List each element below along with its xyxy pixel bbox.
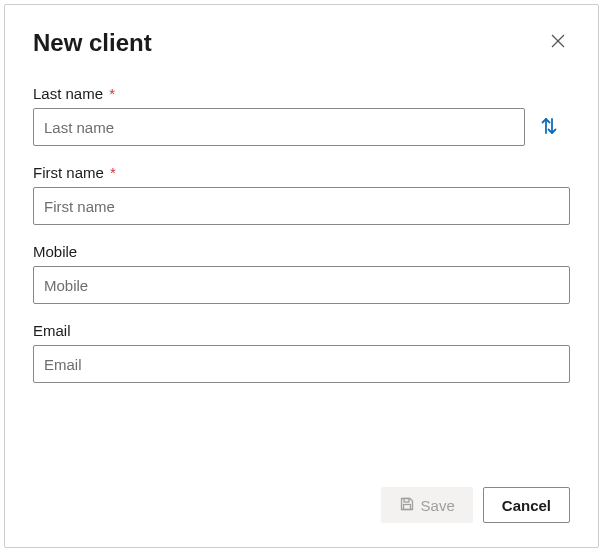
save-button-label: Save [421,497,455,514]
form-fields: Last name * [33,85,570,471]
first-name-label-text: First name [33,164,104,181]
save-button[interactable]: Save [381,487,473,523]
first-name-label: First name * [33,164,570,181]
first-name-field-group: First name * [33,164,570,225]
email-input[interactable] [33,345,570,383]
svg-rect-5 [403,504,410,509]
save-icon [399,496,415,515]
cancel-button-label: Cancel [502,497,551,514]
swap-arrows-icon [539,116,559,139]
email-label: Email [33,322,570,339]
dialog-footer: Save Cancel [33,471,570,523]
svg-rect-4 [404,498,409,502]
dialog-title: New client [33,29,152,57]
dialog-header: New client [33,29,570,57]
last-name-field-group: Last name * [33,85,570,146]
required-asterisk: * [110,164,116,181]
email-field-group: Email [33,322,570,383]
last-name-input[interactable] [33,108,525,146]
required-asterisk: * [109,85,115,102]
mobile-field-group: Mobile [33,243,570,304]
first-name-input[interactable] [33,187,570,225]
last-name-label: Last name * [33,85,570,102]
new-client-dialog: New client Last name * [4,4,599,548]
mobile-input[interactable] [33,266,570,304]
cancel-button[interactable]: Cancel [483,487,570,523]
last-name-input-row [33,108,570,146]
last-name-label-text: Last name [33,85,103,102]
close-icon [550,33,566,52]
close-button[interactable] [546,29,570,56]
swap-names-button[interactable] [535,112,563,143]
mobile-label: Mobile [33,243,570,260]
